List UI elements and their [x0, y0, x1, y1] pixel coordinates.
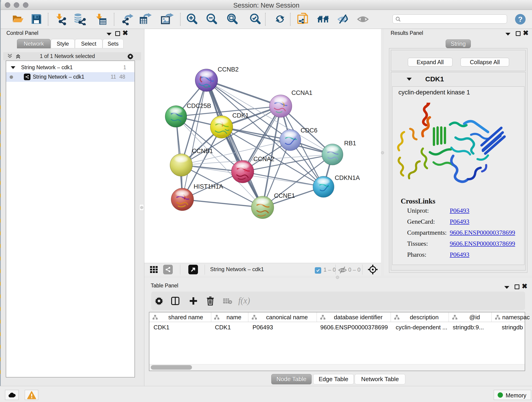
svg-text:CCNB1: CCNB1	[192, 148, 213, 154]
svg-text:CCNA2: CCNA2	[253, 156, 274, 162]
svg-text:RB1: RB1	[344, 140, 356, 147]
svg-text:CDKN1A: CDKN1A	[335, 174, 360, 181]
svg-text:CCNB2: CCNB2	[218, 66, 239, 73]
svg-text:CDC25B: CDC25B	[187, 102, 211, 109]
svg-text:CDC6: CDC6	[301, 127, 317, 134]
svg-text:CCNE1: CCNE1	[274, 192, 295, 199]
svg-text:HIST1H1A: HIST1H1A	[194, 183, 223, 190]
svg-text:CCNA1: CCNA1	[291, 89, 312, 96]
svg-text:CDK1: CDK1	[232, 112, 249, 119]
